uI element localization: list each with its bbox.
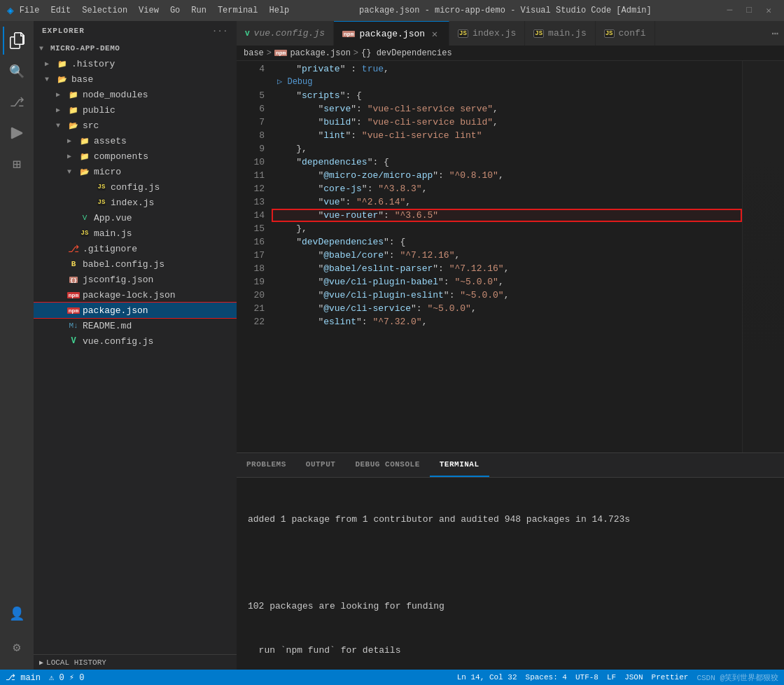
sidebar-more-icon[interactable]: ··· (212, 27, 228, 35)
tab-confi[interactable]: JS confi (596, 21, 655, 46)
activity-extensions[interactable]: ⊞ (3, 150, 31, 178)
tabs-overflow-button[interactable]: ⋯ (766, 21, 784, 46)
terminal-content[interactable]: added 1 package from 1 contributor and a… (237, 478, 784, 670)
sidebar-item-babel-config[interactable]: B babel.config.js (34, 256, 237, 272)
status-spaces[interactable]: Spaces: 4 (526, 673, 567, 681)
breadcrumb-sep-1: > (267, 48, 272, 58)
menu-edit[interactable]: Edit (50, 6, 71, 15)
status-formatter[interactable]: Prettier (652, 673, 689, 681)
watermark: CSDN @笑到世界都狠狡 (696, 672, 778, 683)
assets-folder-icon: 📁 (78, 135, 91, 146)
editor-area: V vue.config.js npm package.json ✕ JS in… (237, 21, 784, 670)
micro-chevron-icon: ▼ (67, 168, 78, 176)
code-line-15: }, (272, 222, 742, 235)
close-button[interactable]: ✕ (760, 5, 777, 16)
tab-vue-config[interactable]: V vue.config.js (237, 21, 334, 46)
sidebar-item-components[interactable]: ▶ 📁 components (34, 148, 237, 164)
sidebar-header-icons: ··· (212, 27, 228, 35)
base-chevron-icon: ▼ (45, 76, 56, 83)
code-line-19: "@vue/cli-plugin-babel": "~5.0.0", (272, 275, 742, 289)
breadcrumb-file[interactable]: package.json (290, 48, 350, 58)
panel-tab-problems[interactable]: PROBLEMS (237, 452, 296, 477)
menu-bar: File Edit Selection View Go Run Terminal… (20, 6, 290, 15)
status-encoding[interactable]: UTF-8 (575, 673, 598, 681)
src-label: src (83, 120, 99, 131)
main-js-icon: JS (78, 228, 91, 239)
sidebar-item-history[interactable]: ▶ 📁 .history (34, 56, 237, 71)
sidebar-item-gitignore[interactable]: ⎇ .gitignore (34, 241, 237, 256)
menu-run[interactable]: Run (191, 6, 206, 15)
code-line-4: "private" : true, (272, 62, 742, 76)
tab-index-js[interactable]: JS index.js (449, 21, 525, 46)
code-line-10: "dependencies": { (272, 155, 742, 169)
status-eol[interactable]: LF (607, 673, 616, 681)
panel-tab-output[interactable]: OUTPUT (296, 452, 346, 477)
code-editor[interactable]: 4 5 6 7 8 9 10 11 12 13 14 15 16 17 18 (237, 61, 784, 452)
breadcrumb-sep-2: > (354, 48, 358, 58)
code-content[interactable]: "private" : true, ▷ Debug "scripts": { "… (272, 61, 742, 452)
menu-file[interactable]: File (20, 6, 40, 15)
sidebar-item-package-lock[interactable]: npm package-lock.json (34, 287, 237, 303)
components-label: components (94, 151, 148, 162)
minimize-button[interactable]: ─ (722, 5, 738, 16)
tab-main-js[interactable]: JS main.js (525, 21, 595, 46)
maximize-button[interactable]: □ (741, 5, 757, 16)
sidebar-item-app-vue[interactable]: V App.vue (34, 210, 237, 226)
activity-settings[interactable]: ⚙ (3, 633, 31, 661)
sidebar-item-index-js[interactable]: JS index.js (34, 195, 237, 210)
sidebar-item-node-modules[interactable]: ▶ 📁 node_modules (34, 87, 237, 102)
menu-view[interactable]: View (139, 6, 159, 15)
sidebar-item-public[interactable]: ▶ 📁 public (34, 102, 237, 118)
menu-help[interactable]: Help (270, 6, 290, 15)
menu-terminal[interactable]: Terminal (218, 6, 258, 15)
tab-package-json[interactable]: npm package.json ✕ (334, 21, 449, 46)
jsconfig-icon: {} (67, 274, 80, 285)
sidebar-item-readme[interactable]: M↓ README.md (34, 318, 237, 333)
status-language[interactable]: JSON (624, 673, 643, 681)
vscode-logo-icon: ◈ (7, 4, 14, 18)
sidebar-item-main-js[interactable]: JS main.js (34, 226, 237, 241)
gitignore-label: .gitignore (83, 244, 137, 254)
breadcrumb-section[interactable]: {} devDependencies (361, 48, 452, 58)
public-label: public (83, 105, 115, 116)
project-name-label: MICRO-APP-DEMO (50, 44, 120, 53)
code-line-8: "lint": "vue-cli-service lint" (272, 129, 742, 142)
status-bar-right: Ln 14, Col 32 Spaces: 4 UTF-8 LF JSON Pr… (457, 672, 778, 683)
tab-package-json-close[interactable]: ✕ (429, 28, 440, 39)
sidebar-item-src[interactable]: ▼ 📂 src (34, 118, 237, 133)
babel-config-icon: B (67, 258, 80, 270)
project-name[interactable]: ▼ MICRO-APP-DEMO (34, 41, 237, 56)
breadcrumb-base[interactable]: base (244, 48, 264, 58)
sidebar-item-vue-config[interactable]: V vue.config.js (34, 333, 237, 349)
menu-selection[interactable]: Selection (82, 6, 127, 15)
menu-go[interactable]: Go (170, 6, 180, 15)
sidebar-item-jsconfig[interactable]: {} jsconfig.json (34, 272, 237, 287)
status-position[interactable]: Ln 14, Col 32 (457, 673, 517, 681)
activity-run[interactable] (3, 119, 31, 147)
status-branch[interactable]: ⎇ main (6, 672, 41, 683)
code-line-9: }, (272, 142, 742, 155)
status-errors[interactable]: ⚠ 0 ⚡ 0 (49, 672, 84, 683)
local-history-label: LOCAL HISTORY (46, 658, 106, 667)
activity-search[interactable]: 🔍 (3, 57, 31, 85)
local-history-section[interactable]: ▶ LOCAL HISTORY (34, 654, 237, 670)
sidebar-item-micro[interactable]: ▼ 📂 micro (34, 164, 237, 179)
sidebar-item-assets[interactable]: ▶ 📁 assets (34, 133, 237, 148)
activity-source-control[interactable]: ⎇ (3, 88, 31, 116)
babel-config-label: babel.config.js (83, 259, 164, 270)
panel-tab-terminal[interactable]: TERMINAL (430, 452, 489, 477)
code-line-17: "@babel/core": "^7.12.16", (272, 249, 742, 262)
readme-icon: M↓ (67, 320, 80, 331)
base-label: base (71, 74, 93, 85)
assets-label: assets (94, 136, 127, 146)
src-folder-icon: 📂 (67, 120, 80, 131)
tab-confi-icon: JS (604, 29, 615, 38)
activity-account[interactable]: 👤 (3, 600, 31, 628)
panel-tab-debug-console[interactable]: DEBUG CONSOLE (345, 452, 429, 477)
sidebar-item-config-js[interactable]: JS config.js (34, 179, 237, 195)
project-chevron-icon: ▼ (39, 45, 50, 53)
tab-main-js-label: main.js (548, 28, 587, 39)
sidebar-item-package-json[interactable]: npm package.json (34, 303, 237, 318)
activity-explorer[interactable] (3, 27, 31, 55)
sidebar-item-base[interactable]: ▼ 📂 base (34, 71, 237, 87)
